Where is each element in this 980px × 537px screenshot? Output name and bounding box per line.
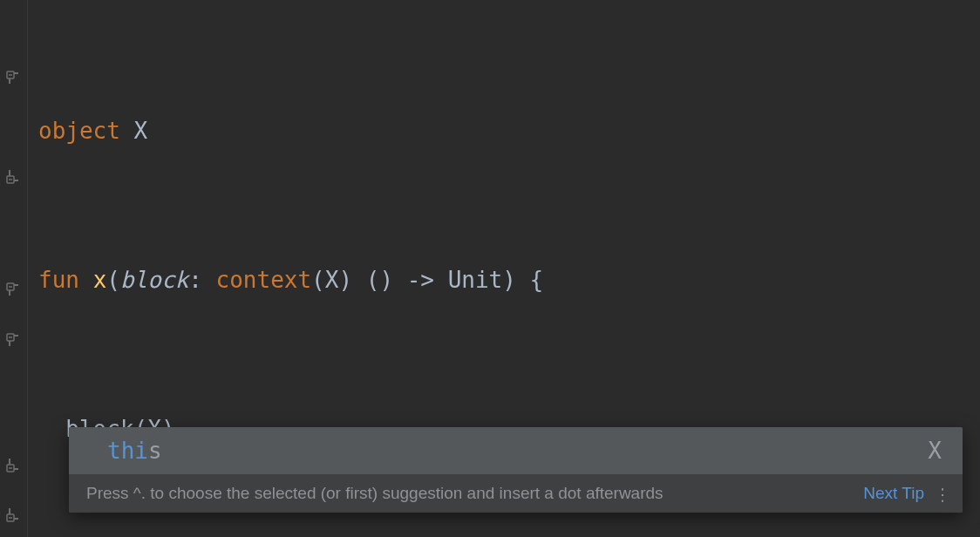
completion-item-label: this [107, 438, 162, 464]
fold-marker-end-icon[interactable] [5, 458, 21, 473]
fold-marker-end-icon[interactable] [5, 169, 21, 185]
completion-item[interactable]: this X [69, 427, 963, 474]
fold-marker-start-icon[interactable] [5, 70, 21, 85]
completion-hint-bar: Press ^. to choose the selected (or firs… [69, 474, 963, 513]
fold-marker-end-icon[interactable] [5, 507, 21, 523]
fold-marker-start-icon[interactable] [5, 282, 21, 297]
code-line: object X [38, 106, 970, 156]
completion-popup: this X Press ^. to choose the selected (… [69, 427, 963, 513]
fold-marker-start-icon[interactable] [5, 332, 21, 348]
next-tip-link[interactable]: Next Tip [863, 484, 924, 503]
hint-text: Press ^. to choose the selected (or firs… [86, 484, 853, 503]
gutter [0, 0, 28, 537]
completion-item-type: X [928, 438, 942, 464]
code-line: fun x(block: context(X) () -> Unit) { [38, 255, 970, 305]
